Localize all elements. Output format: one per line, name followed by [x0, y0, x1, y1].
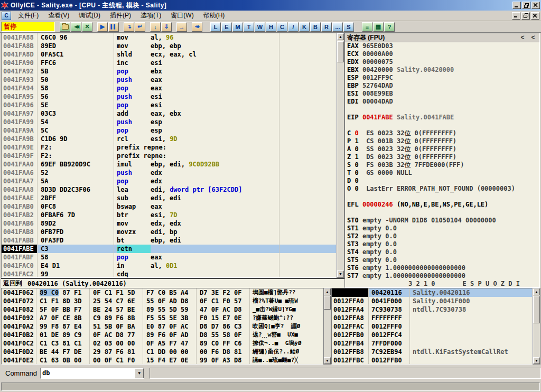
register-row[interactable]: ESI 008E99EB [345, 90, 539, 98]
register-row[interactable]: EBP 52764DAD [345, 82, 539, 90]
disasm-row[interactable]: 0041FABEC3retn [2, 245, 336, 253]
fpu-register-row[interactable]: ST5 empty 0.0 [345, 256, 539, 264]
disasm-row[interactable]: 0041FA925Bpopebx [2, 67, 336, 76]
call-stack-button[interactable]: K [299, 22, 310, 32]
stack-row[interactable]: 0012FFA47C930738ntdll.7C930738 [332, 305, 532, 314]
step-over-button[interactable]: ↵ [135, 22, 145, 32]
dump-row[interactable]: 0041F072C1 F1 8D 3D25 54 C7 6E55 0F AD D… [2, 297, 323, 305]
disasm-row[interactable]: 0041FA9EF2:prefix repne: [2, 143, 336, 152]
flag-row[interactable]: S 0 FS 003B 32位 7FFDE000(FFF) [345, 161, 539, 169]
dump-row[interactable]: 0041F06289 C0 87 F10F C1 F1 5DF7 C0 B5 A… [2, 288, 323, 297]
command-combobox[interactable]: ▼ [40, 368, 144, 379]
pause-button[interactable]: ▌▌ [108, 22, 119, 32]
close-program-button[interactable]: ✕ [82, 22, 92, 32]
scroll-down-icon[interactable]: ▼ [337, 270, 344, 277]
disasm-row[interactable]: 0041FAA652pushedx [2, 169, 336, 177]
disasm-row[interactable]: 0041FA90FFC6incesi [2, 59, 336, 67]
appearance-button[interactable]: ▦ [373, 22, 384, 32]
register-row[interactable]: EDX 00000075 [345, 58, 539, 66]
eip-row[interactable]: EIP 0041FABE Sality.0041FABE [345, 114, 539, 122]
flag-row[interactable]: Z 1 DS 0023 32位 0(FFFFFFFF) [345, 153, 539, 161]
threads-button[interactable]: T [244, 22, 254, 32]
menu-item-7[interactable]: 帮助(H) [199, 10, 230, 21]
collapse-left-icon[interactable]: < [518, 34, 527, 41]
disassembly-scrollbar[interactable]: ▲ ▼ [337, 33, 344, 278]
menu-item-1[interactable]: 文件(F) [13, 10, 43, 21]
disasm-row[interactable]: 0041FA965Epopesi [2, 101, 336, 109]
scroll-up-icon[interactable]: ▲ [337, 33, 344, 40]
log-window-button[interactable]: L [210, 22, 221, 32]
register-row[interactable]: ESP 0012FF9C [345, 74, 539, 82]
restart-button[interactable]: ◀◀ [71, 22, 81, 32]
executables-button[interactable]: E [221, 22, 232, 32]
animate-into-button[interactable]: ↓ [150, 22, 161, 32]
open-file-button[interactable] [60, 22, 70, 32]
windows-button[interactable]: W [255, 22, 265, 32]
fpu-register-row[interactable]: ST3 empty 0.0 [345, 240, 539, 248]
dropdown-arrow-icon[interactable]: ▼ [135, 368, 144, 378]
window-close-button[interactable] [531, 2, 540, 9]
menu-item-5[interactable]: 选项(T) [136, 10, 166, 21]
run-button[interactable]: ▶ [97, 22, 108, 32]
disasm-row[interactable]: 0041FAC299cdq [2, 270, 336, 278]
scrollbar-thumb[interactable] [324, 296, 331, 310]
menu-item-4[interactable]: 插件(P) [105, 10, 136, 21]
flag-row[interactable]: D 0 [345, 177, 539, 185]
disasm-row[interactable]: 0041FA9350pusheax [2, 76, 336, 84]
dump-row[interactable]: 0041F0C2C1 C3 81 C102 03 00 000F A5 F7 4… [2, 339, 323, 348]
child-minimize-button[interactable] [512, 12, 520, 20]
disasm-row[interactable]: 0041FA9703C3addeax, ebx [2, 109, 336, 118]
stack-row[interactable]: 0012FFAC0012FFF0 [332, 322, 532, 331]
disasm-row[interactable]: 0041FA9FF2:prefix repne: [2, 152, 336, 160]
scroll-up-icon[interactable]: ▲ [324, 288, 331, 295]
flag-row[interactable]: C 0 ES 0023 32位 0(FFFFFFFF) [345, 129, 539, 137]
stack-row[interactable]: 0012FFB47FFDF000 [332, 339, 532, 348]
disasm-row[interactable]: 0041FA9A5Cpopesp [2, 126, 336, 135]
stack-row[interactable]: 0012FFA00041F000Sality.0041F000 [332, 297, 532, 305]
efl-row[interactable]: EFL 00000246 (NO,NB,E,BE,NS,PE,GE,LE) [345, 201, 539, 209]
scrollbar-track[interactable] [337, 40, 344, 270]
flag-row[interactable]: T 0 GS 0000 NULL [345, 169, 539, 177]
handles-button[interactable]: H [266, 22, 276, 32]
scrollbar-track[interactable] [324, 295, 331, 357]
help-button[interactable]: ? [384, 22, 395, 32]
dump-row[interactable]: 0041F0B201 DE 89 C90F AC D8 7789 F6 0F A… [2, 331, 323, 339]
disasm-row[interactable]: 0041FA9BC1D6 9Drclesi, 9D [2, 135, 336, 143]
child-close-button[interactable] [531, 12, 539, 20]
command-input[interactable] [41, 368, 135, 378]
scrollbar-thumb[interactable] [337, 41, 344, 62]
run-trace-button[interactable]: ... [332, 22, 343, 32]
window-restore-button[interactable] [522, 2, 530, 9]
step-into-button[interactable]: ↴ [124, 22, 134, 32]
stack-row[interactable]: 0012FFB87C92EB94ntdll.KiFastSystemCallRe… [332, 348, 532, 356]
register-row[interactable]: ECX 00000A00 [345, 50, 539, 58]
scroll-down-icon[interactable]: ▼ [324, 357, 331, 364]
disasm-row[interactable]: 0041FAA88D3D DD2C3F06leaedi, dword ptr [… [2, 185, 336, 194]
flag-row[interactable]: O 0 LastErr ERROR_PATH_NOT_FOUND (000000… [345, 185, 539, 193]
scroll-down-icon[interactable]: ▼ [533, 357, 540, 364]
disasm-row[interactable]: 0041FAA069EF BB920D9Cimulebp, edi, 9C0D9… [2, 160, 336, 169]
fpu-register-row[interactable]: ST1 empty 0.0 [345, 225, 539, 232]
register-row[interactable]: EAX 965E0D03 [345, 42, 539, 50]
flag-row[interactable]: P 1 CS 001B 32位 0(FFFFFFFF) [345, 137, 539, 145]
dump-row[interactable]: 0041F0E2C1 63 0B 0000 0F C1 F015 F4 E7 0… [2, 356, 323, 365]
execute-till-user-code-button[interactable]: ↠ [192, 22, 202, 32]
menu-item-6[interactable]: 窗口(W) [166, 10, 198, 21]
dump-row[interactable]: 0041F092A7 0F CE 8BC9 89 F6 8BF5 55 5E 3… [2, 314, 323, 322]
disasm-row[interactable]: 0041FA8D0FA5C1shldecx, eax, cl [2, 50, 336, 59]
breakpoints-button[interactable]: B [310, 22, 321, 32]
fpu-register-row[interactable]: ST4 empty 0.0 [345, 248, 539, 256]
disasm-row[interactable]: 0041FAB689D2movedx, edx [2, 219, 336, 228]
disasm-row[interactable]: 0041FAB80FB7FDmovzxedi, bp [2, 228, 336, 236]
stack-scrollbar[interactable]: ▲ ▼ [533, 288, 540, 365]
child-restore-button[interactable] [521, 12, 530, 20]
scrollbar-track[interactable] [533, 295, 540, 357]
register-row[interactable]: EBX 00420000 Sality.00420000 [345, 66, 539, 74]
disasm-row[interactable]: 0041FABB0FA3FDbtebp, edi [2, 236, 336, 245]
menu-item-2[interactable]: 查看(V) [43, 10, 74, 21]
cpu-window-icon[interactable]: C [2, 12, 11, 20]
disasm-row[interactable]: 0041FA9458popeax [2, 84, 336, 92]
disasm-row[interactable]: 0041FA8B89EDmovebp, ebp [2, 42, 336, 50]
references-button[interactable]: R [321, 22, 332, 32]
disasm-row[interactable]: 0041FAAE2BFFsubedi, edi [2, 194, 336, 202]
